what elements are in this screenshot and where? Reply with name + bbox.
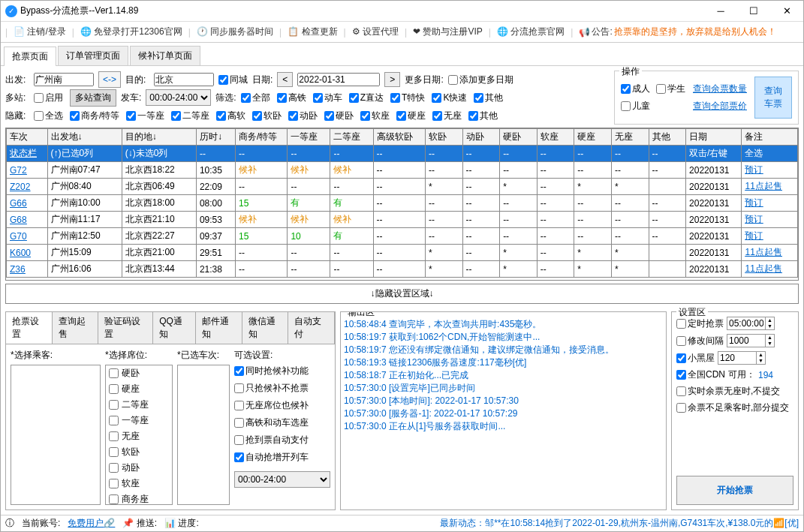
swap-button[interactable]: <-> — [98, 71, 121, 88]
seat-item[interactable]: 软卧 — [106, 444, 172, 460]
table-row[interactable]: Z202广州08:40北京西06:4922:09--------*--*--**… — [7, 179, 798, 195]
col-7[interactable]: 高级软卧 — [373, 129, 425, 146]
realtime-check[interactable] — [676, 386, 686, 396]
add-dates-check[interactable] — [448, 75, 458, 85]
col-4[interactable]: 商务/特等 — [236, 129, 288, 146]
depart-input[interactable] — [34, 73, 94, 86]
hide-9[interactable] — [396, 111, 406, 121]
insuff-check[interactable] — [676, 403, 686, 413]
panel-tab-6[interactable]: 自动支付 — [288, 312, 335, 344]
multi-query-btn[interactable]: 多站查询 — [70, 89, 116, 107]
table-row[interactable]: G72广州南07:47北京西18:2210:35候补候补候补----------… — [7, 162, 798, 179]
table-row[interactable]: G66广州南10:00北京西18:0008:0015有有------------… — [7, 195, 798, 212]
col-16[interactable]: 备注 — [742, 129, 798, 146]
adult-check[interactable] — [621, 84, 631, 94]
date-prev[interactable]: < — [277, 72, 293, 87]
opt-4[interactable] — [234, 435, 244, 445]
toolbar-item-5[interactable]: ❤ 赞助与注册VIP — [410, 26, 486, 38]
opt-5[interactable] — [234, 452, 244, 462]
toolbar-item-0[interactable]: 📄 注销/登录 — [11, 26, 69, 38]
seat-item[interactable]: 硬卧 — [106, 365, 172, 381]
panel-tab-1[interactable]: 查询起售 — [53, 312, 99, 344]
toolbar-item-4[interactable]: ⚙ 设置代理 — [349, 26, 402, 38]
filter-1[interactable] — [277, 93, 287, 103]
hide-10[interactable] — [432, 111, 442, 121]
seat-item[interactable]: 二等座 — [106, 397, 172, 413]
tab-1[interactable]: 订单管理页面 — [58, 46, 128, 65]
passenger-list[interactable] — [11, 365, 101, 505]
col-6[interactable]: 二等座 — [330, 129, 373, 146]
col-1[interactable]: 出发地↓ — [47, 129, 122, 146]
filter-0[interactable] — [241, 93, 251, 103]
table-row[interactable]: G68广州南11:17北京西21:1009:53候补候补候补----------… — [7, 212, 798, 228]
hide-5[interactable] — [252, 111, 262, 121]
depart-time-select[interactable]: 00:00-24:00 — [146, 89, 211, 106]
dark-input[interactable] — [718, 352, 756, 364]
hide-7[interactable] — [324, 111, 334, 121]
hide-4[interactable] — [216, 111, 226, 121]
panel-tab-5[interactable]: 微信通知 — [242, 312, 289, 344]
hide-0[interactable] — [34, 111, 44, 121]
hide-1[interactable] — [70, 111, 80, 121]
filter-2[interactable] — [313, 93, 323, 103]
table-row[interactable]: K600广州15:09北京西21:0029:51--------*--*--**… — [7, 245, 798, 261]
student-check[interactable] — [656, 84, 666, 94]
col-2[interactable]: 目的地↓ — [122, 129, 196, 146]
child-check[interactable] — [621, 101, 631, 111]
date-input[interactable] — [297, 73, 380, 86]
time-range-select[interactable]: 00:00-24:00 — [234, 471, 330, 488]
panel-tab-4[interactable]: 邮件通知 — [196, 312, 242, 344]
start-button[interactable]: 开始抢票 — [676, 476, 793, 505]
date-next[interactable]: > — [384, 72, 400, 87]
hide-2[interactable] — [126, 111, 136, 121]
col-5[interactable]: 一等座 — [288, 129, 330, 146]
tab-0[interactable]: 抢票页面 — [4, 47, 56, 66]
col-12[interactable]: 硬座 — [574, 129, 612, 146]
hide-6[interactable] — [288, 111, 298, 121]
seat-item[interactable]: 无座 — [106, 428, 172, 444]
toolbar-item-6[interactable]: 🌐 分流抢票官网 — [494, 26, 568, 38]
panel-tab-0[interactable]: 抢票设置 — [6, 312, 53, 344]
toolbar-item-3[interactable]: 📋 检查更新 — [285, 26, 340, 38]
col-10[interactable]: 硬卧 — [500, 129, 538, 146]
multi-enable[interactable] — [34, 93, 44, 103]
seat-item[interactable]: 商务座 — [106, 491, 172, 505]
opt-2[interactable] — [234, 401, 244, 410]
seat-item[interactable]: 一等座 — [106, 413, 172, 428]
col-9[interactable]: 动卧 — [462, 129, 500, 146]
seat-list[interactable]: 硬卧硬座二等座一等座无座软卧动卧软座商务座特等座 — [105, 365, 173, 505]
col-13[interactable]: 无座 — [611, 129, 649, 146]
panel-tab-3[interactable]: QQ通知 — [153, 312, 196, 344]
col-11[interactable]: 软座 — [537, 129, 574, 146]
modint-check[interactable] — [676, 336, 686, 346]
opt-1[interactable] — [234, 383, 244, 393]
hide-8[interactable] — [360, 111, 370, 121]
close-button[interactable]: ✕ — [770, 1, 803, 22]
toolbar-item-1[interactable]: 🌐 免登录打开12306官网 — [77, 26, 185, 38]
filter-5[interactable] — [432, 93, 441, 103]
filter-4[interactable] — [390, 93, 400, 103]
hide-area-toggle[interactable]: ↓隐藏设置区域↓ — [5, 284, 799, 304]
col-15[interactable]: 日期 — [686, 129, 742, 146]
minimize-button[interactable]: ─ — [704, 1, 737, 22]
hide-3[interactable] — [171, 111, 181, 121]
timed-input[interactable] — [727, 317, 765, 329]
seat-item[interactable]: 软座 — [106, 476, 172, 491]
link-query-count[interactable]: 查询余票数量 — [693, 83, 747, 95]
seat-item[interactable]: 动卧 — [106, 460, 172, 476]
cdn-check[interactable] — [676, 370, 686, 380]
tab-2[interactable]: 候补订单页面 — [130, 46, 200, 65]
filter-6[interactable] — [474, 93, 483, 103]
hide-11[interactable] — [468, 111, 478, 121]
opt-3[interactable] — [234, 418, 244, 428]
query-button[interactable]: 查询 车票 — [754, 77, 792, 119]
timed-check[interactable] — [676, 319, 686, 329]
train-list[interactable] — [177, 365, 230, 505]
link-query-price[interactable]: 查询全部票价 — [693, 100, 747, 113]
dark-check[interactable] — [676, 353, 686, 363]
dest-input[interactable] — [154, 73, 214, 86]
col-8[interactable]: 软卧 — [425, 129, 462, 146]
samecity-check[interactable] — [218, 75, 228, 85]
toolbar-item-2[interactable]: 🕐 同步服务器时间 — [194, 26, 276, 38]
col-3[interactable]: 历时↓ — [196, 129, 235, 146]
